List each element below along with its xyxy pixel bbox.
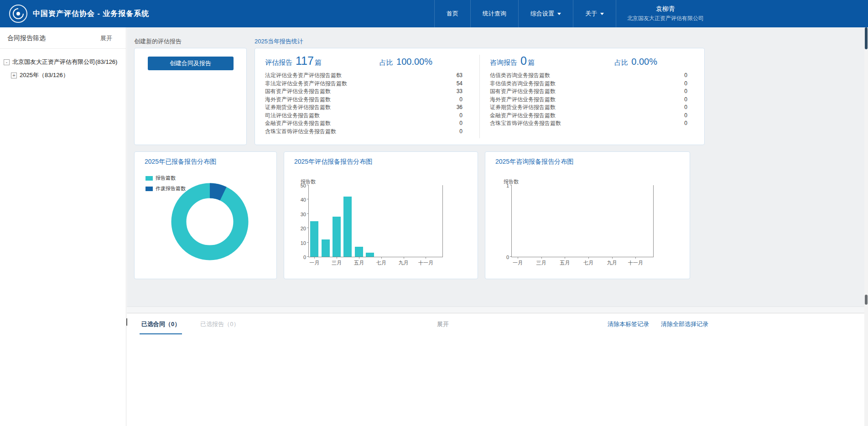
consult-count: 0	[520, 54, 527, 68]
x-tick-label: 七月	[577, 260, 599, 266]
scrollbar-thumb[interactable]	[865, 27, 868, 49]
create-contract-report-button[interactable]: 创建合同及报告	[148, 57, 234, 70]
x-tick-label: 七月	[370, 260, 392, 266]
plot-area: 01020304050一月三月五月七月九月十一月	[308, 185, 443, 257]
stat-row-label: 估值类咨询业务报告篇数	[490, 72, 550, 80]
stat-row-value: 54	[457, 80, 463, 88]
x-tick-label: 五月	[348, 260, 370, 266]
stat-row-value: 0	[459, 119, 463, 128]
consult-ratio-value: 0.00%	[631, 57, 657, 67]
y-tick-mark	[510, 185, 512, 185]
x-tick-label: 三月	[530, 260, 552, 266]
y-tick-label: 20	[301, 226, 306, 231]
legend-swatch	[146, 176, 153, 181]
filed-distribution-chart-card: 2025年已报备报告分布图 报告篇数作废报告篇数	[134, 151, 277, 279]
stat-row: 金融资产评估业务报告篇数0	[265, 119, 463, 128]
tab-selected-reports[interactable]: 已选报告（0）	[198, 313, 241, 334]
stat-row: 法定评估业务资产评估报告篇数63	[265, 72, 463, 80]
y-tick-mark	[307, 228, 309, 228]
consult-stats-header: 咨询报告 0 篇 占比 0.00%	[490, 54, 687, 68]
eval-ratio-label: 占比	[379, 58, 393, 67]
top-navbar: 中国资产评估协会 - 业务报备系统 首页统计查询综合设置关于 袁柳青 北京国友大…	[0, 0, 868, 27]
nav-item-general-settings[interactable]: 综合设置	[518, 0, 573, 27]
stat-row-label: 司法评估业务报告篇数	[265, 112, 320, 120]
x-tick-mark	[314, 257, 315, 259]
plot-area: 01一月三月五月七月九月十一月	[511, 185, 654, 257]
stat-row-label: 海外资产评估业务报告篇数	[490, 96, 556, 104]
eval-ratio-value: 100.00%	[396, 57, 432, 67]
stat-row-label: 金融资产评估业务报告篇数	[265, 119, 331, 128]
clear-tab-records-link[interactable]: 清除本标签记录	[608, 320, 649, 328]
stat-row: 非法定评估业务资产评估报告篇数54	[265, 80, 463, 88]
panel-expand-link[interactable]: 展开	[437, 320, 449, 328]
consult-report-stats-column: 咨询报告 0 篇 占比 0.00% 估值类咨询业务报告篇数0非估值类咨询业务报告…	[480, 48, 704, 145]
stat-row-label: 证券期货业务评估报告篇数	[490, 104, 556, 112]
nav-item-label: 统计查询	[483, 10, 506, 18]
x-tick-mark	[337, 257, 337, 259]
x-tick-mark	[541, 257, 542, 259]
stat-row-label: 法定评估业务资产评估报告篇数	[265, 72, 342, 80]
collapse-icon[interactable]: -	[4, 59, 10, 65]
stat-row-value: 0	[459, 96, 463, 104]
nav-item-statistics-query[interactable]: 统计查询	[470, 0, 518, 27]
stat-row-label: 非估值类咨询业务报告篇数	[490, 80, 556, 88]
x-tick-label: 九月	[601, 260, 623, 266]
stat-row-value: 0	[459, 112, 463, 120]
vertical-scrollbar[interactable]	[864, 27, 868, 426]
bar	[355, 247, 363, 257]
tree-item-company-node[interactable]: -北京国友大正资产评估有限公司(83/126)	[4, 58, 122, 66]
tree-item-year-2025-node[interactable]: +2025年（83/126）	[4, 71, 122, 79]
nav-item-home[interactable]: 首页	[434, 0, 470, 27]
bar	[310, 221, 318, 257]
bar	[322, 239, 330, 257]
stat-row-value: 33	[457, 88, 463, 96]
y-tick-mark	[307, 185, 309, 185]
chevron-down-icon	[557, 13, 561, 15]
x-tick-mark	[426, 257, 426, 259]
stat-row: 国有资产评估业务报告篇数33	[265, 88, 463, 96]
stat-row-value: 0	[684, 88, 687, 96]
sidebar: 合同报告筛选 展开 -北京国友大正资产评估有限公司(83/126)+2025年（…	[0, 27, 126, 426]
stat-row: 非估值类咨询业务报告篇数0	[490, 80, 687, 88]
stat-row-value: 0	[684, 104, 687, 112]
panel-resize-handle[interactable]	[126, 318, 127, 326]
stat-row: 证券期货业务评估报告篇数36	[265, 104, 463, 112]
y-tick-label: 1	[506, 183, 509, 188]
clear-all-records-link[interactable]: 清除全部选择记录	[661, 320, 708, 328]
x-tick-mark	[635, 257, 636, 259]
nav-items: 首页统计查询综合设置关于	[434, 0, 616, 27]
tab-selected-contracts[interactable]: 已选合同（0）	[140, 313, 182, 334]
create-report-card: 创建合同及报告	[134, 48, 247, 145]
eval-report-stats-column: 评估报告 117 篇 占比 100.00% 法定评估业务资产评估报告篇数63非法…	[255, 48, 479, 145]
chart-title: 2025年已报备报告分布图	[135, 152, 276, 166]
x-tick-label: 一月	[303, 260, 325, 266]
legend-label: 报告篇数	[156, 175, 176, 182]
y-tick-mark	[510, 256, 512, 257]
expand-icon[interactable]: +	[11, 73, 17, 78]
x-tick-label: 九月	[393, 260, 415, 266]
y-tick-mark	[307, 242, 309, 243]
chevron-down-icon	[600, 13, 604, 15]
stats-panel-title: 2025当年报告统计	[255, 37, 303, 46]
sidebar-expand-link[interactable]: 展开	[100, 34, 112, 42]
x-tick-mark	[588, 257, 589, 259]
user-info[interactable]: 袁柳青 北京国友大正资产评估有限公司	[616, 0, 708, 27]
eval-heading: 评估报告	[265, 58, 292, 67]
consult-stats-rows: 估值类咨询业务报告篇数0非估值类咨询业务报告篇数0国有资产评估业务报告篇数0海外…	[490, 72, 687, 128]
contract-filter-tree: -北京国友大正资产评估有限公司(83/126)+2025年（83/126）	[0, 49, 126, 94]
stat-row: 含珠宝首饰评估业务报告篇数0	[265, 128, 463, 136]
eval-count-unit: 篇	[315, 58, 322, 67]
nav-item-about[interactable]: 关于	[573, 0, 616, 27]
legend-item: 报告篇数	[146, 175, 186, 182]
x-tick-label: 十一月	[624, 260, 646, 266]
navbar-brand-group: 中国资产评估协会 - 业务报备系统	[9, 0, 149, 27]
user-company: 北京国友大正资产评估有限公司	[627, 15, 704, 22]
scrollbar-thumb-secondary[interactable]	[865, 295, 868, 305]
sidebar-header: 合同报告筛选 展开	[0, 27, 126, 49]
stat-row-label: 金融资产评估业务报告篇数	[490, 112, 556, 120]
donut-segment-reports	[179, 191, 241, 253]
stat-row: 海外资产评估业务报告篇数0	[265, 96, 463, 104]
stat-row: 金融资产评估业务报告篇数0	[490, 112, 687, 120]
nav-item-label: 关于	[585, 10, 597, 18]
consult-count-unit: 篇	[528, 58, 535, 67]
